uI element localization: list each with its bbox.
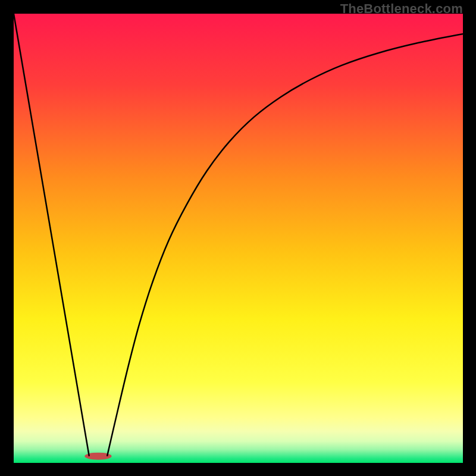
chart-frame: TheBottleneck.com bbox=[0, 0, 476, 476]
watermark-text: TheBottleneck.com bbox=[340, 1, 463, 17]
chart-plot-area bbox=[14, 14, 463, 463]
gradient-background bbox=[14, 14, 463, 463]
chart-svg bbox=[14, 14, 463, 463]
